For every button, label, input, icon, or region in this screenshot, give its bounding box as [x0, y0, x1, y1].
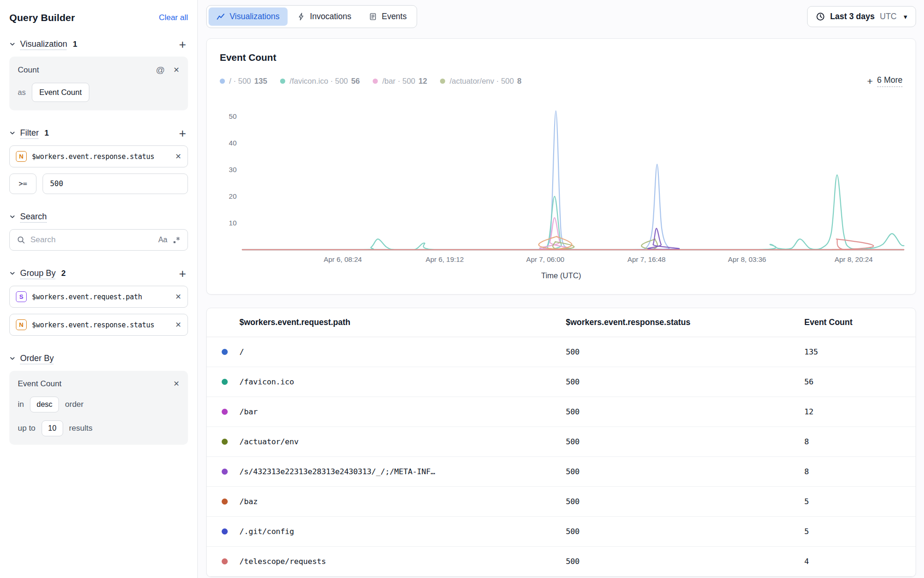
view-tabs: Visualizations Invocations Events [206, 5, 417, 28]
table-row[interactable]: /telescope/requests5004 [207, 546, 916, 576]
limit-input[interactable]: 10 [42, 420, 63, 436]
legend-dot [373, 79, 378, 84]
event-count-panel: Event Count / · 500135/favicon.ico · 500… [206, 38, 916, 295]
remove-order-by-icon[interactable]: ✕ [173, 380, 180, 388]
series-dot [222, 379, 228, 385]
legend-item[interactable]: /favicon.ico · 50056 [280, 77, 360, 86]
time-range-timezone: UTC [880, 12, 897, 22]
cell-event-count: 12 [804, 397, 916, 426]
clock-icon [816, 12, 825, 21]
series-dot [222, 499, 228, 505]
svg-text:40: 40 [229, 139, 237, 147]
visualization-card: Count @ ✕ as Event Count [9, 57, 188, 110]
legend-label: /bar · 500 [382, 77, 415, 86]
chart-legend: / · 500135/favicon.ico · 50056/bar · 500… [220, 75, 902, 87]
order-label: order [65, 400, 84, 409]
alias-input[interactable]: Event Count [32, 83, 89, 102]
aggregate-function-label[interactable]: Count [18, 65, 39, 75]
tab-events[interactable]: Events [361, 7, 415, 26]
table-row[interactable]: /.git/config5005 [207, 516, 916, 546]
filter-count: 1 [44, 129, 49, 138]
add-group-by-button[interactable]: + [177, 269, 188, 278]
legend-item[interactable]: /actuator/env · 5008 [440, 77, 521, 86]
time-range-label: Last 3 days [830, 12, 874, 22]
remove-visualization-icon[interactable]: ✕ [173, 66, 180, 74]
tab-label: Invocations [310, 12, 352, 22]
time-range-picker[interactable]: Last 3 days UTC ▾ [807, 6, 916, 27]
cell-response-status: 500 [566, 456, 804, 486]
remove-group-by-icon[interactable]: ✕ [175, 293, 181, 301]
visualization-section-title[interactable]: Visualization [20, 39, 67, 49]
cell-request-path: /.git/config [239, 516, 566, 546]
chart-legend-items: / · 500135/favicon.ico · 50056/bar · 500… [220, 77, 534, 86]
chevron-down-icon[interactable] [9, 270, 15, 276]
svg-text:Apr 7, 06:00: Apr 7, 06:00 [526, 255, 564, 263]
col-response-status: $workers.event.response.status [566, 308, 804, 337]
cell-event-count: 5 [804, 486, 916, 516]
table-row[interactable]: /bar50012 [207, 397, 916, 426]
x-axis-label: Time (UTC) [220, 271, 902, 280]
table-row[interactable]: /actuator/env5008 [207, 426, 916, 456]
results-table-panel: $workers.event.request.path $workers.eve… [206, 308, 916, 577]
svg-text:10: 10 [229, 219, 237, 227]
operator-select[interactable]: >= [9, 173, 36, 194]
group-by-section-title[interactable]: Group By [20, 268, 56, 278]
table-row[interactable]: /500135 [207, 337, 916, 367]
match-case-icon[interactable]: Aa [158, 236, 167, 244]
at-icon[interactable]: @ [156, 65, 165, 75]
filter-value-input[interactable] [43, 173, 188, 194]
order-direction-select[interactable]: desc [30, 397, 59, 412]
search-input[interactable] [30, 235, 153, 245]
table-row[interactable]: /s/432313e22313e28313e2430313/_/;/META-I… [207, 456, 916, 486]
legend-label: /favicon.ico · 500 [289, 77, 348, 86]
app: Query Builder Clear all Visualization 1 … [0, 0, 924, 578]
legend-dot [280, 79, 285, 84]
remove-filter-icon[interactable]: ✕ [175, 153, 181, 160]
series-dot [222, 409, 228, 415]
group-by-field[interactable]: S$workers.event.request.path✕ [9, 286, 188, 308]
cell-event-count: 56 [804, 367, 916, 397]
up-to-label: up to [18, 424, 36, 433]
table-row[interactable]: /favicon.ico50056 [207, 367, 916, 397]
filter-section-title[interactable]: Filter [20, 128, 39, 138]
legend-count: 135 [254, 77, 267, 86]
results-label: results [69, 424, 93, 433]
visualization-count: 1 [73, 40, 77, 49]
more-series-button[interactable]: + 6 More [867, 75, 902, 87]
legend-item[interactable]: /bar · 50012 [373, 77, 427, 86]
legend-dot [220, 79, 225, 84]
chevron-down-icon[interactable] [9, 355, 15, 361]
group-by-field-name: $workers.event.response.status [32, 321, 167, 329]
col-event-count: Event Count [804, 308, 916, 337]
order-by-section-title[interactable]: Order By [20, 354, 54, 363]
as-label: as [18, 88, 26, 97]
remove-group-by-icon[interactable]: ✕ [175, 321, 181, 329]
cell-request-path: /telescope/requests [239, 546, 566, 576]
top-bar: Visualizations Invocations Events [206, 5, 916, 28]
legend-item[interactable]: / · 500135 [220, 77, 267, 86]
series-dot [222, 469, 228, 475]
number-type-badge: N [16, 151, 27, 162]
add-visualization-button[interactable]: + [177, 40, 188, 49]
col-request-path: $workers.event.request.path [239, 308, 566, 337]
table-row[interactable]: /baz5005 [207, 486, 916, 516]
regex-icon[interactable] [173, 236, 180, 244]
chevron-down-icon[interactable] [9, 130, 15, 136]
tab-visualizations[interactable]: Visualizations [209, 7, 288, 26]
group-by-field[interactable]: N$workers.event.response.status✕ [9, 314, 188, 336]
cell-event-count: 4 [804, 546, 916, 576]
chevron-down-icon[interactable] [9, 214, 15, 220]
tab-label: Visualizations [230, 12, 280, 22]
order-by-card: Event Count ✕ in desc order up to 10 res… [9, 371, 188, 445]
tab-invocations[interactable]: Invocations [289, 7, 360, 26]
add-filter-button[interactable]: + [177, 129, 188, 138]
cell-event-count: 8 [804, 426, 916, 456]
chevron-down-icon: ▾ [903, 13, 907, 21]
filter-field[interactable]: N $workers.event.response.status ✕ [9, 145, 188, 167]
clear-all-link[interactable]: Clear all [159, 13, 188, 22]
search-box: Aa [9, 229, 188, 251]
svg-text:20: 20 [229, 192, 237, 200]
chevron-down-icon[interactable] [9, 41, 15, 47]
more-series-label: 6 More [877, 75, 902, 87]
search-section-title[interactable]: Search [20, 212, 47, 222]
